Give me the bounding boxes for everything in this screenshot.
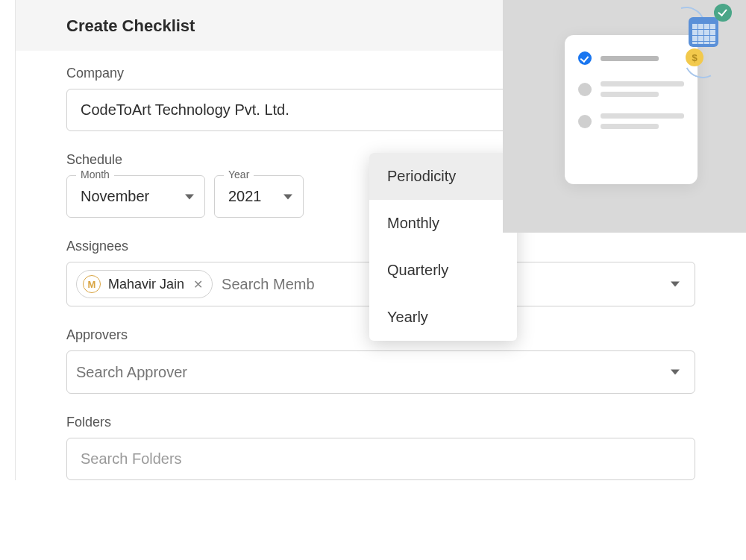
illustration-line xyxy=(601,56,659,61)
year-value: 2021 xyxy=(228,188,262,205)
periodicity-option-monthly[interactable]: Monthly xyxy=(369,200,517,247)
month-select[interactable]: Month November xyxy=(66,175,205,218)
check-circle-icon xyxy=(714,4,732,22)
chevron-down-icon xyxy=(671,370,680,375)
illustration-line xyxy=(601,113,684,119)
illustration-line xyxy=(601,92,659,97)
periodicity-dropdown: Periodicity Monthly Quarterly Yearly xyxy=(369,153,517,341)
approvers-input[interactable] xyxy=(66,350,695,394)
dollar-coin-icon: $ xyxy=(686,48,703,66)
approvers-search-input[interactable] xyxy=(76,364,662,381)
illustration-panel: $ xyxy=(503,0,746,233)
month-value: November xyxy=(81,188,149,205)
assignee-chip-label: Mahavir Jain xyxy=(108,277,184,292)
chevron-down-icon xyxy=(671,282,680,287)
illustration-line xyxy=(601,81,684,86)
month-floating-label: Month xyxy=(76,169,114,180)
periodicity-option-quarterly[interactable]: Quarterly xyxy=(369,247,517,294)
chevron-down-icon xyxy=(185,194,194,199)
folders-input[interactable] xyxy=(66,438,695,480)
bullet-icon xyxy=(578,115,592,128)
periodicity-option-yearly[interactable]: Yearly xyxy=(369,294,517,341)
close-icon[interactable]: ✕ xyxy=(193,277,203,292)
calendar-icon xyxy=(689,17,718,47)
folders-label: Folders xyxy=(66,415,695,430)
periodicity-option-placeholder[interactable]: Periodicity xyxy=(369,153,517,200)
checked-bullet-icon xyxy=(578,51,592,65)
chevron-down-icon xyxy=(283,194,292,199)
bullet-icon xyxy=(578,83,592,96)
year-floating-label: Year xyxy=(224,169,254,180)
illustration-card: $ xyxy=(565,35,698,184)
assignee-chip[interactable]: M Mahavir Jain ✕ xyxy=(76,270,213,298)
avatar: M xyxy=(83,275,101,293)
year-select[interactable]: Year 2021 xyxy=(214,175,304,218)
illustration-line xyxy=(601,124,659,129)
